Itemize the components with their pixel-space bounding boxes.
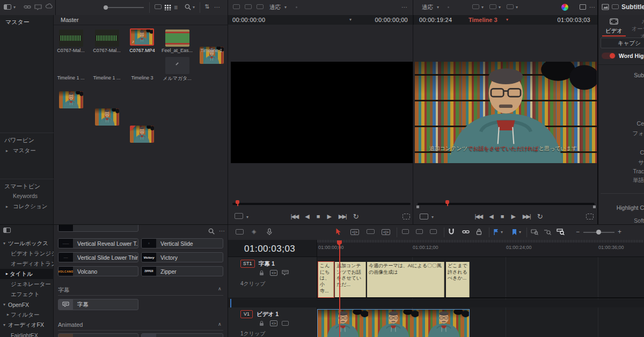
source-playhead-pin[interactable] [236, 200, 239, 204]
timeline-zoom-chevron-icon[interactable]: ▾ [437, 5, 439, 10]
source-match-frame-icon[interactable] [402, 214, 410, 219]
clip-thumbnail-selected[interactable]: ♪ [130, 28, 154, 46]
title-item[interactable]: —— Vertical Slide Lower Third [58, 252, 138, 262]
title-item[interactable]: Victory Victory [141, 252, 223, 262]
timeline-name-dropdown[interactable]: Timeline 3 [469, 17, 497, 23]
zoom-out-button[interactable]: − [576, 228, 580, 236]
titles-search-icon[interactable] [208, 228, 215, 235]
source-zoom-select[interactable]: 適応 [269, 4, 281, 11]
subtitle-clip[interactable]: どこまで許されるべきか... [446, 262, 470, 297]
overwrite-clip-icon[interactable] [416, 229, 423, 234]
viewer-mode-chevron-icon[interactable]: ▾ [431, 215, 434, 219]
title-item[interactable]: ≡ Vertical Slide [141, 238, 223, 248]
loop-button[interactable]: ↻ [537, 213, 543, 221]
animated-section-header[interactable]: Animated [58, 321, 83, 328]
tree-item-audio-transitions[interactable]: オーディオトラン... [0, 259, 54, 269]
smart-reframe-icon[interactable] [507, 4, 514, 9]
zoom-full-extent-icon[interactable] [531, 229, 538, 235]
skip-forward-button[interactable]: ▶▶| [523, 213, 530, 220]
tab-audio[interactable]: ♪ オーディオ [630, 17, 644, 35]
subtitle-clip[interactable]: 今週のテーマは、AIによる〇〇風の画像生成は [367, 262, 444, 297]
safe-area-icon[interactable] [580, 4, 586, 10]
linked-selection-icon[interactable] [462, 229, 470, 235]
timeline-playhead-pin[interactable] [445, 200, 449, 204]
subtitle-track-lane[interactable]: こんにちは、小寺... 追加コンテンツでお話をさせていただ... 今週のテーマは… [317, 257, 644, 298]
track-name[interactable]: ビデオ 1 [257, 311, 279, 318]
track-thumbnail-view-icon[interactable] [282, 321, 289, 326]
title-item[interactable]: ——— Vertical Reveal Lower T... [58, 238, 138, 248]
thumbnail-size-slider-knob[interactable] [104, 5, 108, 10]
title-item-partial[interactable] [58, 224, 138, 232]
track-name[interactable]: 字幕 1 [259, 260, 275, 268]
timeline-ruler[interactable]: 01:00:00;00 01:00:12;00 01:00:24;00 01:0… [317, 240, 644, 257]
dynamic-trim-icon[interactable]: <|> [382, 229, 390, 235]
timeline-current-timecode[interactable]: 01:00:03;03 [537, 17, 590, 23]
source-clip-name-chevron-icon[interactable]: ▾ [349, 17, 352, 22]
power-bins-header[interactable]: パワービン [4, 136, 34, 144]
timeline-zoom-select[interactable]: 適応 [422, 4, 433, 11]
animated-section-collapse-icon[interactable]: ∧ [218, 321, 222, 327]
audio-waveform-icon[interactable] [245, 4, 252, 9]
inspector-media-icon[interactable] [602, 4, 609, 10]
stills-icon[interactable] [34, 4, 42, 10]
play-reverse-button[interactable]: ◀ [305, 213, 309, 220]
subtitle-section-collapse-icon[interactable]: ∧ [218, 286, 222, 291]
collapse-chevron-icon[interactable]: ▾ [5, 313, 10, 316]
video-clip[interactable] [317, 309, 470, 337]
source-viewer-options-icon[interactable]: ⋯ [401, 4, 408, 11]
in-point-handle[interactable] [416, 206, 419, 208]
single-clip-mode-icon[interactable] [233, 4, 240, 9]
stop-button[interactable]: ■ [317, 213, 320, 219]
clip-thumbnail-timeline[interactable] [59, 91, 83, 108]
zoom-detail-icon[interactable] [544, 229, 551, 235]
tree-item-titles-selected[interactable]: ▾タイトル [0, 269, 54, 279]
source-video-area[interactable] [231, 62, 413, 163]
collapse-chevron-icon[interactable]: ▾ [3, 323, 5, 327]
tree-item-openfx[interactable]: ▾OpenFX [0, 299, 54, 310]
stop-button[interactable]: ■ [501, 213, 504, 219]
collapse-chevron-icon[interactable]: ▾ [3, 241, 5, 246]
track-auto-select-icon[interactable]: <> [270, 320, 277, 326]
source-current-timecode[interactable]: 00:00:00;00 [357, 17, 408, 23]
source-scrub-bar[interactable] [232, 203, 411, 205]
relink-media-icon[interactable] [24, 4, 31, 10]
viewer-mode-icon[interactable] [420, 214, 428, 219]
timeline-scrub-bar[interactable] [418, 203, 595, 205]
snapping-magnet-icon[interactable] [448, 228, 455, 236]
search-chevron-icon[interactable]: ▾ [193, 5, 195, 10]
tree-item-toolbox[interactable]: ▾ツールボックス [0, 238, 54, 248]
power-bin-master[interactable]: マスター [13, 147, 36, 155]
thumbnail-size-slider[interactable] [105, 7, 144, 8]
skip-back-button[interactable]: |◀◀ [290, 213, 298, 220]
loop-button[interactable]: ↻ [353, 213, 359, 221]
timeline-zoom-slider-knob[interactable] [596, 230, 601, 235]
clip-thumbnail-timeline[interactable] [130, 126, 154, 143]
media-pool-panel-chevron-icon[interactable]: ▾ [13, 5, 16, 10]
timeline-view-options-icon[interactable] [236, 229, 244, 235]
source-zoom-chevron-icon[interactable]: ▾ [284, 5, 287, 10]
marker-chevron-icon[interactable]: ▾ [519, 230, 521, 235]
cloud-sync-icon[interactable] [45, 3, 53, 10]
caption-field[interactable]: キャプシ [601, 38, 644, 48]
inspector-panel-icon[interactable] [612, 4, 619, 9]
list-view-icon[interactable]: ≡ [174, 4, 178, 11]
tree-item-video-transitions[interactable]: ビデオトランジシ... [0, 248, 54, 259]
power-master-chevron-icon[interactable]: ▾ [4, 150, 9, 152]
media-pool-panel-toggle-icon[interactable] [4, 4, 11, 10]
proxy-quality-chevron-icon[interactable]: ▾ [499, 5, 501, 10]
match-frame-icon[interactable] [586, 214, 594, 219]
position-lock-icon[interactable] [476, 228, 482, 235]
multicam-icon[interactable] [257, 4, 264, 9]
play-button[interactable]: ▶ [511, 213, 515, 220]
track-lock-icon[interactable] [259, 320, 264, 326]
track-caption-icon[interactable] [282, 270, 289, 276]
clip-thumbnail-title[interactable] [165, 57, 189, 74]
titles-options-icon[interactable]: ⋯ [219, 228, 225, 235]
zoom-in-button[interactable]: + [618, 228, 621, 236]
clip-thumbnail-timeline[interactable] [165, 30, 189, 47]
tree-item-effects[interactable]: エフェクト [0, 289, 54, 299]
transform-overlay-icon[interactable] [472, 4, 479, 9]
track-header-v1[interactable]: V1 ビデオ 1 <> 1クリップ [228, 307, 317, 337]
smart-bin-collections[interactable]: コレクション [13, 203, 47, 210]
title-item-partial[interactable] [58, 333, 138, 337]
